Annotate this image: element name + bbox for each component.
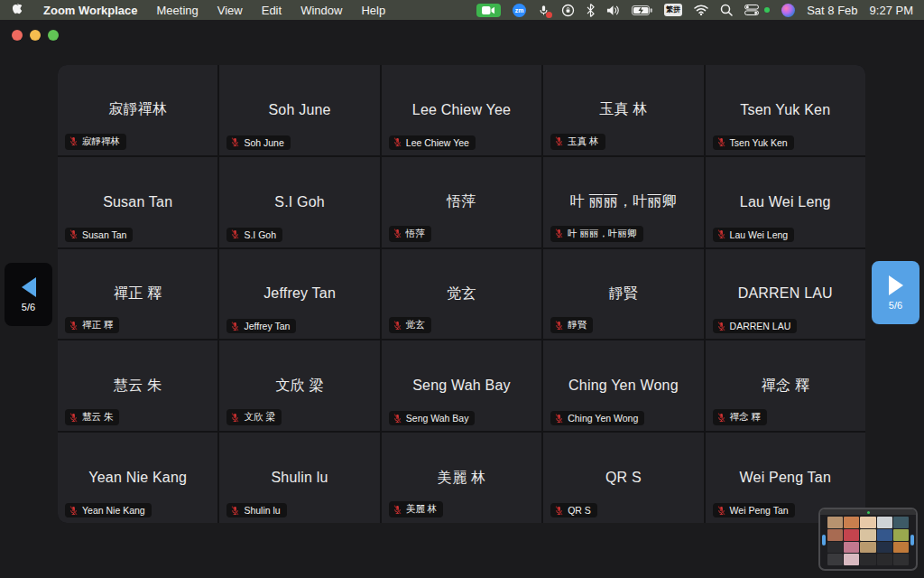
- participant-tile[interactable]: 叶 丽丽，叶丽卿 叶 丽丽，叶丽卿: [543, 157, 703, 247]
- participant-tile[interactable]: Seng Wah Bay Seng Wah Bay: [382, 340, 541, 431]
- participant-tile[interactable]: Susan Tan Susan Tan: [58, 157, 217, 247]
- pip-camera-dot-icon: [867, 511, 870, 514]
- participant-name-tag: Ching Yen Wong: [550, 411, 644, 425]
- participant-name: 悟萍: [441, 192, 481, 211]
- participant-name-tag: DARREN LAU: [713, 319, 798, 333]
- meeting-pip-preview[interactable]: [818, 508, 918, 571]
- participant-tag-label: Tsen Yuk Ken: [730, 137, 788, 148]
- participant-tile[interactable]: 寂靜禪林 寂靜禪林: [58, 65, 217, 155]
- input-method-icon[interactable]: 繁拼: [664, 4, 682, 16]
- page-indicator: 5/6: [889, 300, 902, 311]
- mic-muted-icon: [69, 136, 79, 146]
- participant-tag-label: Jeffrey Tan: [244, 321, 290, 331]
- control-switches-icon[interactable]: [744, 5, 759, 15]
- participant-tile[interactable]: Ching Yen Wong Ching Yen Wong: [543, 340, 703, 431]
- participant-name-tag: 文欣 梁: [226, 409, 281, 425]
- window-zoom-button[interactable]: [48, 30, 59, 41]
- participant-tile[interactable]: S.I Goh S.I Goh: [219, 157, 379, 247]
- mic-muted-icon: [554, 228, 564, 238]
- participant-tile[interactable]: Yean Nie Kang Yean Nie Kang: [58, 433, 217, 523]
- participant-tile[interactable]: 美麗 林 美麗 林: [382, 433, 541, 523]
- participant-name: 禪念 釋: [756, 377, 815, 396]
- participant-name-tag: S.I Goh: [226, 228, 282, 242]
- volume-icon[interactable]: [606, 5, 620, 16]
- participant-tile[interactable]: 悟萍 悟萍: [382, 157, 541, 247]
- menu-edit[interactable]: Edit: [262, 4, 282, 17]
- mic-with-badge-icon[interactable]: [538, 4, 550, 17]
- menu-window[interactable]: Window: [300, 4, 342, 17]
- spotlight-search-icon[interactable]: [720, 4, 733, 16]
- participant-name: Susan Tan: [97, 194, 178, 210]
- screen-lock-icon[interactable]: [561, 4, 575, 17]
- participant-name-tag: Lee Chiew Yee: [389, 135, 476, 150]
- mic-muted-icon: [230, 229, 240, 239]
- participant-tile[interactable]: 禪正 釋 禪正 釋: [58, 249, 217, 340]
- participant-tile[interactable]: Jeffrey Tan Jeffrey Tan: [219, 249, 379, 340]
- participant-name: Shulin lu: [266, 470, 334, 486]
- mic-muted-icon: [393, 505, 402, 515]
- participant-name-tag: 靜賢: [550, 317, 593, 333]
- mic-muted-icon: [230, 413, 240, 423]
- participant-name: 玉真 林: [594, 100, 652, 119]
- participant-tag-label: S.I Goh: [244, 229, 276, 240]
- menu-view[interactable]: View: [217, 4, 243, 17]
- siri-icon[interactable]: [781, 4, 795, 17]
- status-green-dot-icon: [764, 7, 770, 13]
- participant-tile[interactable]: Shulin lu Shulin lu: [219, 433, 379, 523]
- participant-tag-label: Seng Wah Bay: [406, 413, 469, 424]
- participant-tile[interactable]: Lau Wei Leng Lau Wei Leng: [706, 157, 865, 247]
- participant-tag-label: 禪念 釋: [730, 411, 761, 424]
- mic-muted-icon: [393, 414, 402, 424]
- participant-name: Soh June: [263, 102, 336, 118]
- participant-name-tag: 禪正 釋: [65, 317, 119, 333]
- participant-name-tag: 禪念 釋: [713, 409, 767, 425]
- participant-tag-label: Ching Yen Wong: [568, 413, 638, 424]
- participant-tag-label: QR S: [568, 505, 591, 516]
- participant-tag-label: 觉玄: [406, 319, 425, 331]
- participant-tile[interactable]: Soh June Soh June: [219, 65, 379, 155]
- participant-tile[interactable]: 玉真 林 玉真 林: [543, 65, 703, 155]
- participant-tile[interactable]: Tsen Yuk Ken Tsen Yuk Ken: [706, 65, 865, 155]
- participant-tile[interactable]: 慧云 朱 慧云 朱: [58, 340, 217, 431]
- participant-tile[interactable]: 靜賢 靜賢: [543, 249, 703, 340]
- wifi-icon[interactable]: [694, 5, 708, 15]
- participant-name-tag: Shulin lu: [226, 503, 286, 517]
- window-close-button[interactable]: [12, 30, 23, 41]
- participant-name-tag: Yean Nie Kang: [65, 503, 152, 517]
- menu-meeting[interactable]: Meeting: [157, 4, 199, 17]
- camera-active-indicator-icon[interactable]: [476, 4, 501, 17]
- menubar-clock[interactable]: 9:27 PM: [870, 4, 913, 17]
- zoom-menubar-icon[interactable]: zm: [513, 4, 526, 17]
- apple-menu-icon[interactable]: [13, 4, 24, 17]
- participant-name-tag: 悟萍: [389, 226, 431, 242]
- participant-tile[interactable]: 觉玄 觉玄: [382, 249, 541, 340]
- mic-muted-icon: [393, 321, 402, 331]
- participant-tile[interactable]: QR S QR S: [543, 433, 703, 523]
- participant-tile[interactable]: 禪念 釋 禪念 釋: [706, 340, 865, 431]
- previous-page-button[interactable]: 5/6: [5, 263, 52, 326]
- participant-name: Yean Nie Kang: [83, 470, 192, 486]
- menubar-date[interactable]: Sat 8 Feb: [807, 4, 857, 17]
- participant-name-tag: Jeffrey Tan: [226, 319, 296, 333]
- participant-tile[interactable]: 文欣 梁 文欣 梁: [219, 340, 379, 431]
- participant-name: Jeffrey Tan: [258, 285, 341, 302]
- window-minimize-button[interactable]: [30, 30, 41, 41]
- next-page-button[interactable]: 5/6: [872, 261, 919, 324]
- mic-muted-icon: [554, 414, 564, 424]
- menu-help[interactable]: Help: [361, 4, 385, 17]
- mic-muted-icon: [554, 506, 564, 516]
- mic-muted-icon: [69, 506, 79, 516]
- participant-tile[interactable]: Lee Chiew Yee Lee Chiew Yee: [382, 65, 541, 155]
- participant-tag-label: 悟萍: [406, 228, 425, 240]
- mic-muted-icon: [230, 137, 240, 147]
- participant-name: 觉玄: [441, 284, 481, 303]
- menu-app-name[interactable]: Zoom Workplace: [43, 4, 138, 17]
- participant-name-tag: 慧云 朱: [65, 409, 119, 425]
- participant-tag-label: 慧云 朱: [82, 411, 113, 424]
- mic-muted-icon: [554, 321, 564, 331]
- participant-tile[interactable]: DARREN LAU DARREN LAU: [706, 249, 865, 340]
- bluetooth-icon[interactable]: [587, 4, 595, 17]
- battery-charging-icon[interactable]: [632, 5, 652, 15]
- participant-name: Lau Wei Leng: [735, 194, 836, 210]
- mic-muted-icon: [69, 229, 79, 239]
